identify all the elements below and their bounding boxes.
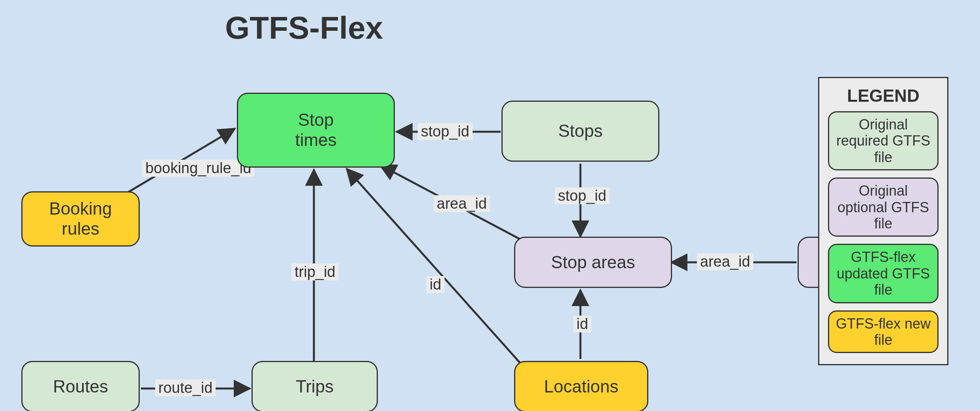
label-id-left: id: [426, 276, 445, 293]
legend-item-required: Original required GTFS file: [828, 111, 939, 170]
node-trips-label: Trips: [296, 377, 334, 397]
legend-item-optional: Original optional GTFS file: [828, 177, 939, 237]
node-stop-areas: Stop areas: [514, 237, 672, 288]
legend-item-new: GTFS-flex new file: [828, 310, 939, 353]
legend-item-new-label: GTFS-flex new file: [836, 316, 931, 348]
label-route-id: route_id: [155, 379, 216, 396]
legend-panel: LEGEND Original required GTFS file Origi…: [818, 77, 948, 365]
node-stop-areas-label: Stop areas: [551, 252, 635, 273]
node-routes: Routes: [21, 361, 140, 411]
legend-item-required-label: Original required GTFS file: [836, 116, 930, 165]
label-area-id-right: area_id: [697, 253, 753, 270]
label-stop-id-down: stop_id: [555, 187, 610, 204]
legend-item-updated: GTFS-flex updated GTFS file: [828, 244, 939, 303]
label-id-down: id: [573, 316, 591, 333]
legend-title: LEGEND: [828, 86, 939, 106]
diagram-title: GTFS-Flex: [0, 10, 608, 46]
node-stops-label: Stops: [558, 121, 603, 141]
node-stop-times: Stop times: [237, 93, 395, 168]
label-trip-id: trip_id: [291, 263, 339, 280]
node-booking-rules: Booking rules: [21, 191, 140, 247]
node-trips: Trips: [252, 361, 378, 411]
label-booking-rule-id: booking_rule_id: [142, 160, 254, 177]
node-stops: Stops: [501, 101, 659, 162]
node-booking-rules-label: Booking rules: [49, 199, 112, 239]
legend-item-updated-label: GTFS-flex updated GTFS file: [837, 249, 930, 298]
node-locations: Locations: [514, 361, 648, 411]
node-stop-times-label: Stop times: [295, 110, 336, 150]
label-area-id-left: area_id: [434, 195, 490, 212]
node-routes-label: Routes: [53, 377, 108, 397]
node-locations-label: Locations: [544, 377, 618, 397]
legend-item-optional-label: Original optional GTFS file: [837, 183, 929, 232]
label-stop-id-top: stop_id: [418, 123, 473, 140]
